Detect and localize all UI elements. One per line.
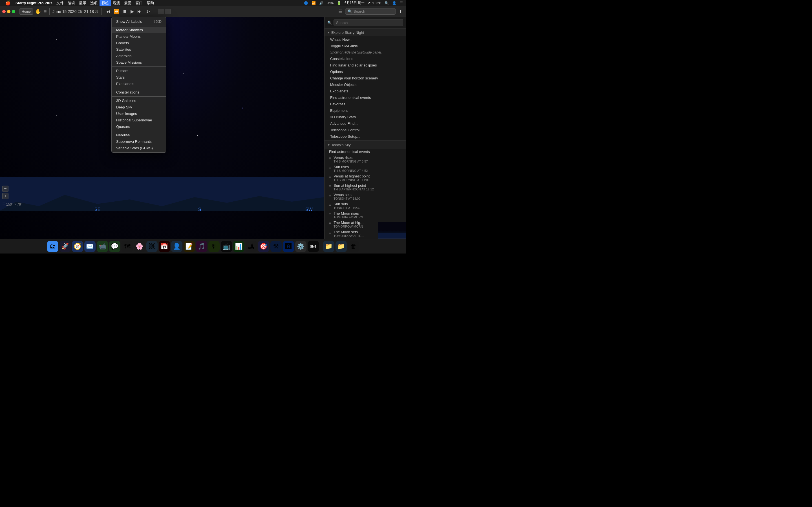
menu-item-asteroids[interactable]: Asteroids: [112, 53, 166, 59]
play-button[interactable]: ▶: [129, 8, 135, 15]
sidebar-item-find-eclipses[interactable]: Find lunar and solar eclipses: [324, 62, 406, 68]
sidebar-item-telescope-control[interactable]: Telescope Control...: [324, 127, 406, 133]
sidebar-search-input[interactable]: [334, 19, 403, 26]
today-sky-moon-rises[interactable]: ≡ The Moon rises TOMORROW MORN: [324, 210, 406, 220]
view-mode-1[interactable]: [158, 9, 164, 14]
dock-appletv[interactable]: 📺: [221, 241, 232, 252]
labels-menu[interactable]: 标签: [100, 0, 111, 6]
skip-start-button[interactable]: ⏮: [104, 8, 112, 15]
dock-facetime[interactable]: 📹: [97, 241, 108, 252]
dock-launchpad[interactable]: 🚀: [59, 241, 71, 252]
user-icon[interactable]: 👤: [391, 1, 397, 5]
sidebar-item-constellations[interactable]: Constellations: [324, 55, 406, 62]
options-menu[interactable]: 选项: [88, 0, 100, 6]
menu-item-pulsars[interactable]: Pulsars: [112, 68, 166, 74]
upload-icon[interactable]: ⬆: [398, 9, 404, 14]
sidebar-item-find-astro[interactable]: Find astronomical events: [324, 94, 406, 101]
menu-toggle-icon[interactable]: ≡: [44, 9, 47, 14]
search-box[interactable]: 🔍 Search: [345, 8, 396, 15]
sidebar-item-exoplanets[interactable]: Exoplanets: [324, 88, 406, 94]
dock-finder[interactable]: 🗂: [47, 241, 58, 252]
zoom-plus-button[interactable]: +: [2, 193, 8, 199]
dock-photos[interactable]: 🌸: [134, 241, 145, 252]
dock-photos2[interactable]: 🏞: [246, 241, 257, 252]
today-sky-venus-highest[interactable]: ≡ Venus at highest point THIS MORNING AT…: [324, 173, 406, 182]
dock-preview[interactable]: 🖼: [146, 241, 158, 252]
menu-item-nebulae[interactable]: Nebulae: [112, 132, 166, 138]
today-sky-venus-rises[interactable]: ≡ Venus rises THIS MORNING AT 3:57: [324, 155, 406, 164]
dock-appstore[interactable]: 🅰: [283, 241, 294, 252]
explore-section-header[interactable]: ▼ Explore Starry Night: [324, 29, 406, 36]
dock-keynote[interactable]: 🎯: [258, 241, 269, 252]
sidebar-item-whats-new[interactable]: What's New...: [324, 36, 406, 43]
dock-trash[interactable]: 🗑: [348, 241, 359, 252]
close-button[interactable]: [2, 10, 6, 13]
menu-item-user-images[interactable]: User Images: [112, 110, 166, 117]
window-menu[interactable]: 窗口: [133, 0, 145, 6]
dock-maps[interactable]: 🗺: [121, 241, 133, 252]
sidebar-item-favorites[interactable]: Favorites: [324, 101, 406, 107]
today-sky-sun-sets[interactable]: ≡ Sun sets TONIGHT AT 19:32: [324, 201, 406, 210]
view-mode-2[interactable]: [165, 9, 171, 14]
menu-item-3d-galaxies[interactable]: 3D Galaxies: [112, 98, 166, 104]
pan-icon[interactable]: ✋: [35, 8, 41, 15]
layout-icon[interactable]: ☰: [338, 9, 342, 14]
rewind-button[interactable]: ⏪: [112, 8, 121, 15]
dock-sn8[interactable]: SN8: [308, 241, 319, 252]
stop-button[interactable]: ⏹: [121, 8, 129, 15]
sidebar-item-messier[interactable]: Messier Objects: [324, 81, 406, 88]
menu-item-historical-supernovae[interactable]: Historical Supernovae: [112, 117, 166, 123]
dock-folder2[interactable]: 📁: [336, 241, 347, 252]
dock-mail[interactable]: ✉️: [84, 241, 96, 252]
edit-menu[interactable]: 编辑: [66, 0, 77, 6]
minimize-button[interactable]: [7, 10, 10, 13]
spotlight-icon[interactable]: 🔍: [384, 1, 390, 5]
menu-item-planets-moons[interactable]: Planets-Moons: [112, 33, 166, 40]
menu-item-supernova-remnants[interactable]: Supernova Remnants: [112, 138, 166, 145]
file-menu[interactable]: 文件: [54, 0, 66, 6]
observe-menu[interactable]: 观测: [111, 0, 122, 6]
dock-messages[interactable]: 💬: [109, 241, 120, 252]
maximize-button[interactable]: [12, 10, 15, 13]
dock-numbers[interactable]: 📊: [233, 241, 245, 252]
apple-menu[interactable]: 🍎: [2, 0, 13, 6]
sidebar-item-toggle-skyguide[interactable]: Toggle SkyGuide: [324, 43, 406, 49]
sidebar-item-change-horizon[interactable]: Change your horizon scenery: [324, 75, 406, 81]
menu-item-constellations[interactable]: Constellations: [112, 89, 166, 96]
sidebar-item-equipment[interactable]: Equipment: [324, 107, 406, 114]
menu-item-deep-sky[interactable]: Deep Sky: [112, 104, 166, 110]
menu-extra-icon[interactable]: ☰: [399, 1, 404, 5]
todays-sky-section-header[interactable]: ▼ Today's Sky: [324, 141, 406, 149]
menu-item-exoplanets[interactable]: Exoplanets: [112, 80, 166, 87]
dock-sysprefs[interactable]: ⚙️: [295, 241, 306, 252]
zoom-minus-button[interactable]: −: [2, 186, 8, 192]
dock-safari[interactable]: 🧭: [72, 241, 83, 252]
sidebar-item-advanced-find[interactable]: Advanced Find...: [324, 120, 406, 127]
view-menu[interactable]: 显示: [77, 0, 88, 6]
menu-item-quasars[interactable]: Quasars: [112, 123, 166, 130]
sidebar-item-options[interactable]: Options: [324, 68, 406, 75]
dock-folder1[interactable]: 📁: [323, 241, 335, 252]
today-sky-venus-sets[interactable]: ≡ Venus sets TONIGHT AT 18:02: [324, 192, 406, 201]
app-name-menu[interactable]: Starry Night Pro Plus: [13, 0, 54, 6]
sidebar-item-3d-binary[interactable]: 3D Binary Stars: [324, 114, 406, 120]
today-sky-sun-rises[interactable]: ≡ Sun rises THIS MORNING AT 4:52: [324, 164, 406, 173]
sidebar-item-telescope-setup[interactable]: Telescope Setup...: [324, 133, 406, 140]
menu-item-show-all[interactable]: Show All Labels ⇧⌘D: [112, 18, 166, 25]
menu-item-satellites[interactable]: Satellites: [112, 46, 166, 53]
today-sky-sun-highest[interactable]: ≡ Sun at highest point THIS AFTERNOON AT…: [324, 182, 406, 192]
home-button[interactable]: Home: [19, 8, 33, 15]
today-sky-find-events[interactable]: Find astronomical events: [324, 149, 406, 155]
help-menu[interactable]: 帮助: [145, 0, 156, 6]
menu-item-comets[interactable]: Comets: [112, 40, 166, 46]
dock-calendar[interactable]: 📅: [159, 241, 170, 252]
dock-podcasts[interactable]: 🎙: [208, 241, 220, 252]
menu-item-variable-stars[interactable]: Variable Stars (GCVS): [112, 145, 166, 151]
menu-item-stars[interactable]: Stars: [112, 74, 166, 80]
favorites-menu[interactable]: 最爱: [122, 0, 133, 6]
menu-item-space-missions[interactable]: Space Missions: [112, 59, 166, 66]
dock-notes[interactable]: 📝: [184, 241, 195, 252]
menu-item-meteor-showers[interactable]: Meteor Showers: [112, 27, 166, 33]
dock-music[interactable]: 🎵: [196, 241, 207, 252]
dock-contacts[interactable]: 👤: [171, 241, 183, 252]
